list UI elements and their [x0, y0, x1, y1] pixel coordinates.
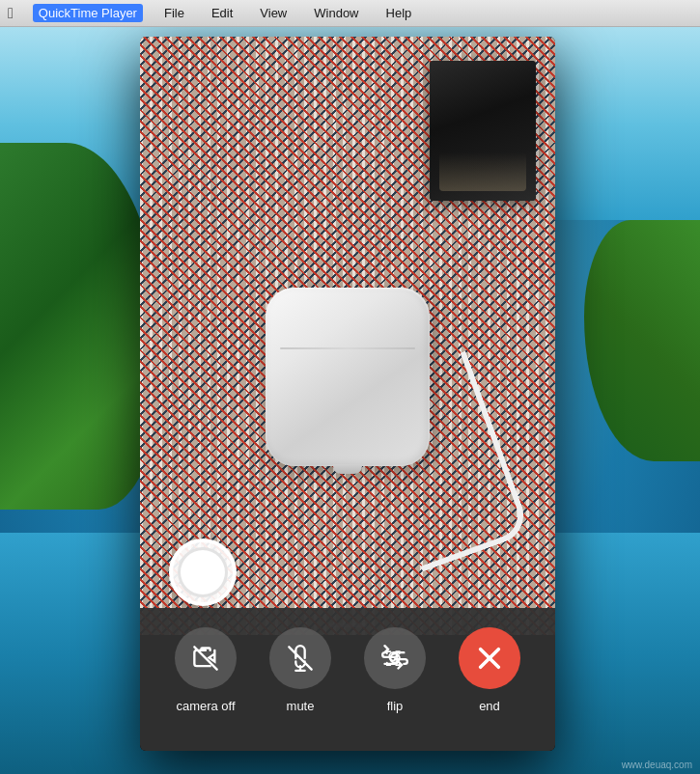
mute-label: mute [287, 699, 315, 713]
menu-file[interactable]: File [158, 4, 190, 22]
pip-reflection [439, 152, 526, 191]
menu-window[interactable]: Window [308, 4, 364, 22]
end-call-icon [476, 645, 503, 672]
end-button[interactable] [459, 627, 520, 689]
flip-button[interactable] [364, 627, 426, 689]
controls-bar: camera off mute [140, 608, 555, 751]
end-control[interactable]: end [451, 627, 528, 713]
case-hinge [333, 464, 362, 474]
pip-thumbnail[interactable] [430, 61, 536, 201]
case-body [266, 288, 430, 466]
desktop: camera off mute [0, 27, 700, 774]
camera-off-button[interactable] [175, 627, 237, 689]
apple-logo-icon[interactable]:  [8, 5, 14, 22]
menu-quicktime[interactable]: QuickTime Player [33, 4, 143, 22]
menu-help[interactable]: Help [380, 4, 418, 22]
camera-off-label: camera off [176, 699, 235, 713]
camera-off-icon [192, 645, 219, 672]
record-button[interactable] [169, 539, 237, 606]
mute-button[interactable] [269, 627, 331, 689]
flip-label: flip [387, 699, 404, 713]
mute-control[interactable]: mute [262, 627, 339, 713]
camera-off-control[interactable]: camera off [167, 627, 244, 713]
pip-content [430, 61, 536, 201]
menu-view[interactable]: View [254, 4, 293, 22]
phone-window: camera off mute [140, 37, 555, 751]
video-area [140, 37, 555, 635]
menubar:  QuickTime Player File Edit View Window… [0, 0, 700, 27]
end-label: end [479, 699, 500, 713]
case-lid-line [280, 347, 415, 349]
record-inner [178, 547, 228, 597]
controls-row: camera off mute [167, 608, 528, 713]
airpods-case [266, 288, 430, 481]
bg-right-land [584, 220, 700, 461]
flip-icon [381, 645, 408, 672]
menu-edit[interactable]: Edit [206, 4, 238, 22]
mute-icon [287, 645, 314, 672]
flip-control[interactable]: flip [356, 627, 434, 713]
